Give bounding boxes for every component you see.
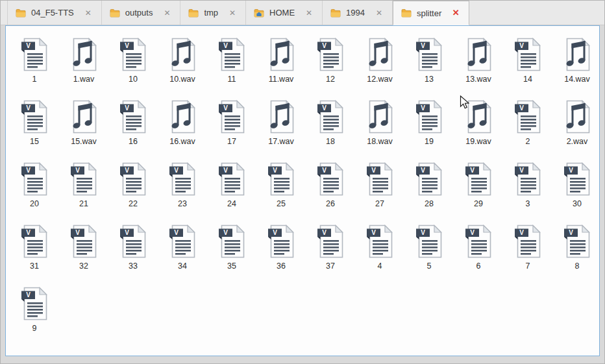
file-item-15[interactable]: V 15 xyxy=(10,96,59,158)
tab-tmp[interactable]: tmp ✕ xyxy=(180,1,246,25)
text-file-icon: V xyxy=(415,38,443,71)
file-item-17.wav[interactable]: 17.wav xyxy=(256,96,306,158)
file-item-25[interactable]: V 25 xyxy=(256,158,306,221)
file-item-32[interactable]: V 32 xyxy=(59,221,108,283)
file-icon: V xyxy=(20,162,49,196)
file-item-1[interactable]: V 1 xyxy=(10,34,59,96)
file-label: 9 xyxy=(32,324,37,333)
badge-v-label: V xyxy=(223,42,228,49)
file-item-14[interactable]: V 14 xyxy=(503,34,552,96)
file-icon xyxy=(365,100,394,134)
file-item-13.wav[interactable]: 13.wav xyxy=(454,34,503,96)
file-label: 15.wav xyxy=(71,137,97,146)
file-item-10[interactable]: V 10 xyxy=(108,34,158,96)
file-item-31[interactable]: V 31 xyxy=(10,221,59,283)
file-item-27[interactable]: V 27 xyxy=(355,158,404,221)
tab-close-icon[interactable]: ✕ xyxy=(83,8,93,18)
badge-v-label: V xyxy=(322,167,327,174)
audio-file-icon xyxy=(267,100,295,134)
tab-close-icon[interactable]: ✕ xyxy=(304,8,314,18)
file-item-23[interactable]: V 23 xyxy=(158,158,207,221)
file-icon xyxy=(365,38,394,71)
file-item-14.wav[interactable]: 14.wav xyxy=(552,34,600,96)
badge-v-label: V xyxy=(26,104,31,112)
file-label: 23 xyxy=(178,199,187,208)
file-item-16[interactable]: V 16 xyxy=(108,96,158,158)
file-item-9[interactable]: V 9 xyxy=(10,283,59,345)
file-item-6[interactable]: V 6 xyxy=(454,221,503,283)
file-label: 8 xyxy=(575,261,580,271)
file-icon: V xyxy=(464,224,493,258)
file-label: 28 xyxy=(425,199,434,208)
tab-1994[interactable]: 1994 ✕ xyxy=(323,1,393,25)
file-item-16.wav[interactable]: 16.wav xyxy=(158,96,207,158)
file-item-30[interactable]: V 30 xyxy=(552,158,600,221)
file-label: 10 xyxy=(129,75,138,84)
file-icon: V xyxy=(267,224,295,258)
file-item-13[interactable]: V 13 xyxy=(404,34,454,96)
audio-file-icon xyxy=(69,100,98,134)
file-item-10.wav[interactable]: 10.wav xyxy=(158,34,207,96)
tab-04_f5-tts[interactable]: 04_F5-TTS ✕ xyxy=(7,1,102,25)
file-item-12[interactable]: V 12 xyxy=(306,34,355,96)
file-item-2.wav[interactable]: 2.wav xyxy=(552,96,600,158)
badge-v-label: V xyxy=(223,229,228,236)
file-item-19[interactable]: V 19 xyxy=(404,96,454,158)
text-file-icon: V xyxy=(464,162,493,196)
file-item-24[interactable]: V 24 xyxy=(207,158,256,221)
badge-v-label: V xyxy=(223,104,228,112)
badge-v-label: V xyxy=(75,229,80,236)
tab-close-icon[interactable]: ✕ xyxy=(227,8,238,18)
tab-splitter[interactable]: splitter ✕ xyxy=(393,1,469,25)
tab-close-icon[interactable]: ✕ xyxy=(374,8,384,18)
file-grid[interactable]: V 1 1.wav V 10 xyxy=(6,26,599,345)
file-item-20[interactable]: V 20 xyxy=(10,158,59,221)
file-item-21[interactable]: V 21 xyxy=(59,158,108,221)
file-label: 35 xyxy=(227,261,236,271)
file-icon xyxy=(267,38,295,71)
text-file-icon: V xyxy=(316,100,345,134)
file-item-3[interactable]: V 3 xyxy=(503,158,552,221)
file-item-34[interactable]: V 34 xyxy=(158,221,207,283)
tab-close-icon[interactable]: ✕ xyxy=(451,8,461,18)
audio-file-icon xyxy=(267,38,295,71)
file-item-7[interactable]: V 7 xyxy=(503,221,552,283)
folder-view[interactable]: V 1 1.wav V 10 xyxy=(5,25,600,356)
file-item-17[interactable]: V 17 xyxy=(207,96,256,158)
file-item-36[interactable]: V 36 xyxy=(256,221,306,283)
file-label: 17.wav xyxy=(268,137,294,146)
file-item-4[interactable]: V 4 xyxy=(355,221,404,283)
file-item-18[interactable]: V 18 xyxy=(306,96,355,158)
tab-home[interactable]: HOME ✕ xyxy=(246,1,323,25)
file-item-15.wav[interactable]: 15.wav xyxy=(59,96,108,158)
file-item-2[interactable]: V 2 xyxy=(503,96,552,158)
file-label: 2.wav xyxy=(567,137,588,146)
file-item-8[interactable]: V 8 xyxy=(552,221,600,283)
file-item-35[interactable]: V 35 xyxy=(207,221,256,283)
file-item-11.wav[interactable]: 11.wav xyxy=(256,34,306,96)
file-item-37[interactable]: V 37 xyxy=(306,221,355,283)
audio-file-icon xyxy=(464,100,493,134)
file-item-22[interactable]: V 22 xyxy=(108,158,158,221)
file-item-19.wav[interactable]: 19.wav xyxy=(454,96,503,158)
file-item-5[interactable]: V 5 xyxy=(404,221,454,283)
file-item-26[interactable]: V 26 xyxy=(306,158,355,221)
file-item-1.wav[interactable]: 1.wav xyxy=(59,34,108,96)
file-label: 16 xyxy=(129,137,138,146)
file-item-11[interactable]: V 11 xyxy=(207,34,256,96)
text-file-icon: V xyxy=(168,162,197,196)
file-icon xyxy=(168,100,197,134)
badge-v-label: V xyxy=(223,167,228,174)
file-item-12.wav[interactable]: 12.wav xyxy=(355,34,404,96)
file-item-29[interactable]: V 29 xyxy=(454,158,503,221)
file-item-28[interactable]: V 28 xyxy=(404,158,454,221)
text-file-icon: V xyxy=(69,162,98,196)
file-item-33[interactable]: V 33 xyxy=(108,221,158,283)
tab-outputs[interactable]: outputs ✕ xyxy=(102,1,181,25)
file-icon xyxy=(563,38,591,71)
tab-close-icon[interactable]: ✕ xyxy=(162,8,172,18)
text-file-icon: V xyxy=(119,162,147,196)
file-item-18.wav[interactable]: 18.wav xyxy=(355,96,404,158)
file-label: 21 xyxy=(79,199,88,208)
badge-v-label: V xyxy=(26,167,31,174)
